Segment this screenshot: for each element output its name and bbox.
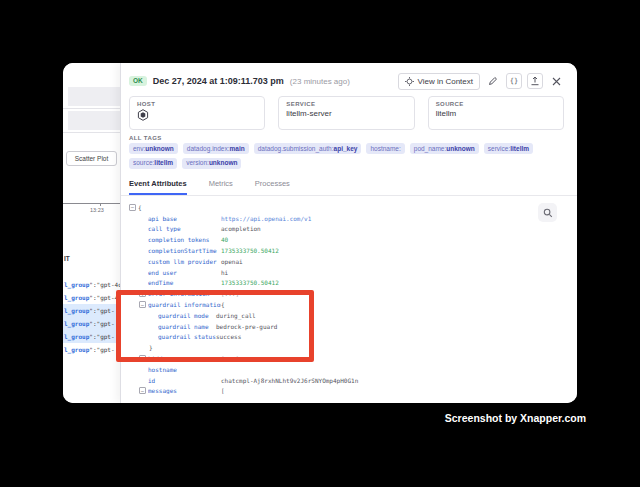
- view-in-context-button[interactable]: View in Context: [398, 73, 480, 90]
- host-hexagon-icon[interactable]: [137, 109, 257, 121]
- event-timestamp: Dec 27, 2024 at 1:09:11.703 pm: [153, 76, 284, 86]
- background-json-row[interactable]: l_group":"gpt-: [63, 343, 120, 356]
- tag-value: litellm: [510, 145, 529, 152]
- tab-metrics[interactable]: Metrics: [209, 179, 233, 195]
- screenshot-stage: Scatter Plot 13:23 IT l_group":"gpt-4ol_…: [0, 0, 640, 487]
- service-card-value: litellm-server: [286, 109, 406, 118]
- attribute-row: completion_tokens40: [129, 234, 573, 245]
- json-value: 40: [221, 236, 228, 243]
- attribute-row: call_typeacompletion: [129, 224, 573, 235]
- json-open-bracket: {: [221, 301, 225, 308]
- json-value-fragment: ":"gpt-: [89, 320, 114, 327]
- json-value: 1735333750.50412: [221, 247, 279, 254]
- close-icon[interactable]: [548, 73, 564, 89]
- time-axis-tick: [100, 203, 101, 206]
- background-json-row[interactable]: l_group":"gpt-4o: [63, 278, 120, 291]
- service-card-label: SERVICE: [286, 101, 406, 107]
- attributes-list: −{api_basehttps://api.openai.com/v1call_…: [129, 202, 573, 396]
- tag-pill[interactable]: pod_name:unknown: [410, 143, 479, 154]
- search-icon[interactable]: [538, 203, 557, 222]
- toggle-collapse-icon[interactable]: −: [139, 387, 146, 394]
- attribute-row: −{: [129, 202, 573, 213]
- host-card: HOST: [129, 96, 265, 130]
- event-attributes-json: −{api_basehttps://api.openai.com/v1call_…: [129, 200, 573, 403]
- json-key: custom_llm_provider: [148, 258, 221, 265]
- attribute-row: guardrail_modeduring_call: [129, 310, 573, 321]
- tag-value: unknown: [145, 145, 174, 152]
- background-json-row[interactable]: l_group":"gpt-: [63, 317, 120, 330]
- event-relative-time: (23 minutes ago): [290, 77, 350, 86]
- scatter-plot-button[interactable]: Scatter Plot: [66, 151, 117, 166]
- info-cards-row: HOST SERVICE litellm-server SOURCE litel…: [129, 96, 564, 130]
- json-key: endTime: [148, 279, 221, 286]
- json-value-fragment: ":"gpt-: [89, 346, 114, 353]
- toggle-collapse-icon[interactable]: −: [139, 301, 146, 308]
- tags-list: env:unknowndatadog.index:maindatadog.sub…: [129, 143, 564, 169]
- tag-value: main: [229, 145, 244, 152]
- tag-pill[interactable]: hostname:: [366, 143, 404, 154]
- json-key: hidden_params: [148, 355, 221, 362]
- tag-pill[interactable]: datadog.index:main: [183, 143, 249, 154]
- json-key-fragment: l_group: [64, 320, 89, 327]
- json-value: acompletion: [221, 225, 261, 232]
- tag-key: pod_name:: [414, 145, 447, 152]
- json-value: success: [216, 333, 241, 340]
- tag-value: unknown: [209, 159, 238, 166]
- background-page-strip: Scatter Plot 13:23 IT l_group":"gpt-4ol_…: [63, 63, 120, 403]
- tag-pill[interactable]: service:litellm: [484, 143, 533, 154]
- json-value-fragment: ":"gpt-4o: [89, 294, 120, 301]
- json-key: id: [148, 377, 221, 384]
- source-card-value: litellm: [436, 109, 556, 118]
- skeleton-row: [68, 87, 120, 106]
- json-view-icon[interactable]: {}: [506, 73, 522, 89]
- time-axis: [63, 203, 120, 204]
- json-key-fragment: l_group: [64, 294, 89, 301]
- tag-pill[interactable]: datadog.submission_auth:api_key: [254, 143, 362, 154]
- tag-value: unknown: [446, 145, 475, 152]
- tag-pill[interactable]: env:unknown: [129, 143, 178, 154]
- attribute-row: −guardrail_information{: [129, 299, 573, 310]
- tag-key: datadog.submission_auth:: [258, 145, 334, 152]
- tag-key: version:: [186, 159, 209, 166]
- tag-pill[interactable]: version:unknown: [182, 158, 241, 169]
- divider: [63, 108, 120, 109]
- attribute-row: idchatcmpl-Aj8rxhNLht9v2J6rSNYOmp4pH0G1n: [129, 375, 573, 386]
- divider: [63, 132, 120, 133]
- edit-icon[interactable]: [485, 73, 501, 89]
- json-key: guardrail_name: [158, 323, 216, 330]
- tag-key: hostname:: [370, 145, 400, 152]
- json-value: hi: [221, 269, 228, 276]
- json-close-brace: }: [149, 344, 153, 351]
- json-value: [...]: [221, 290, 239, 297]
- source-card-label: SOURCE: [436, 101, 556, 107]
- attribute-row: hostname: [129, 364, 573, 375]
- tag-value: litellm: [154, 159, 173, 166]
- toggle-collapse-icon[interactable]: −: [129, 204, 136, 211]
- background-json-row[interactable]: l_group":"gpt-4o: [63, 291, 120, 304]
- tab-processes[interactable]: Processes: [255, 179, 290, 195]
- tab-event-attributes[interactable]: Event Attributes: [129, 179, 187, 195]
- toggle-expand-icon[interactable]: +: [139, 290, 146, 297]
- attribute-row: guardrail_statussuccess: [129, 332, 573, 343]
- json-key-fragment: l_group: [64, 346, 89, 353]
- json-key: guardrail_mode: [158, 312, 216, 319]
- export-icon[interactable]: [527, 73, 543, 89]
- event-header: OK Dec 27, 2024 at 1:09:11.703 pm (23 mi…: [129, 72, 564, 90]
- toggle-expand-icon[interactable]: +: [139, 355, 146, 362]
- scope-icon: [405, 77, 414, 86]
- attribute-row: endTime1735333750.50412: [129, 278, 573, 289]
- attribute-row: custom_llm_provideropenai: [129, 256, 573, 267]
- watermark-text: Screenshot by Xnapper.com: [445, 412, 586, 424]
- background-json-row[interactable]: l_group":"gpt-: [63, 330, 120, 343]
- json-key: end_user: [148, 269, 221, 276]
- tag-key: service:: [488, 145, 510, 152]
- event-panel: OK Dec 27, 2024 at 1:09:11.703 pm (23 mi…: [120, 63, 577, 403]
- service-card: SERVICE litellm-server: [278, 96, 414, 130]
- header-actions: View in Context {}: [398, 73, 564, 90]
- tab-bar: Event AttributesMetricsProcesses: [121, 175, 577, 196]
- background-json-row[interactable]: l_group":"gpt-: [63, 304, 120, 317]
- tag-pill[interactable]: source:litellm: [129, 158, 177, 169]
- tag-key: datadog.index:: [187, 145, 230, 152]
- json-key-fragment: l_group: [64, 333, 89, 340]
- time-axis-label: 13:23: [90, 207, 104, 213]
